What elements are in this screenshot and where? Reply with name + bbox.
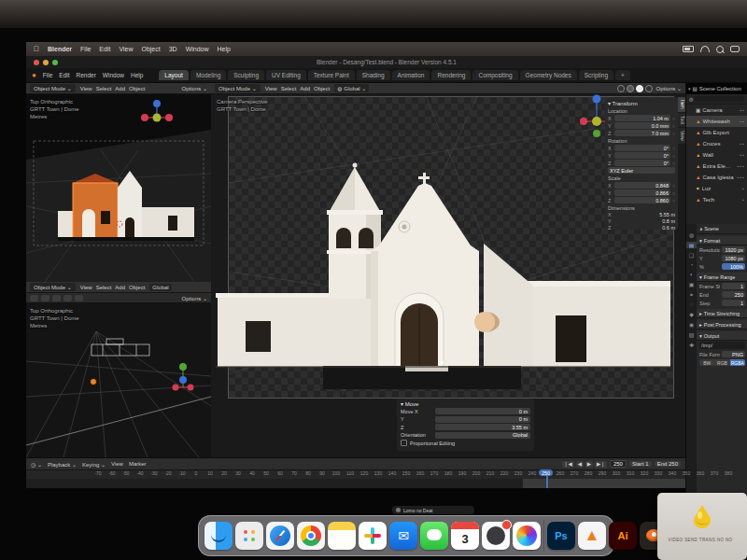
lock-icon[interactable]: ○ — [672, 131, 675, 136]
timeline-track[interactable] — [26, 479, 685, 488]
dock-icon[interactable] — [359, 522, 387, 550]
rotation-x-field[interactable]: 0° — [614, 145, 670, 151]
blender-logo-icon[interactable]: ● — [32, 71, 36, 79]
menubar-item[interactable]: Help — [218, 46, 231, 52]
proportional-editing-checkbox[interactable] — [401, 440, 407, 446]
viewport-menu[interactable]: Add — [115, 285, 125, 290]
search-icon[interactable]: ◎ — [689, 96, 693, 102]
viewport-menu[interactable]: Select — [281, 86, 297, 91]
dock-icon[interactable]: 3 — [451, 522, 479, 550]
color-mode-option[interactable]: RGBA — [730, 359, 745, 366]
properties-tab-icon[interactable]: ◉ — [686, 321, 697, 328]
n-panel-transform[interactable]: ▾ Transform Location X1.04 m○ Y0.0 mm○ Z… — [605, 97, 678, 230]
lock-icon[interactable]: ○ — [672, 161, 675, 166]
operator-value-field[interactable]: 0 m — [435, 416, 530, 423]
operator-value-field[interactable]: 0 m — [435, 408, 530, 414]
workspace-tab[interactable]: Geometry Nodes — [520, 70, 577, 80]
color-mode-option[interactable]: RGB — [714, 359, 729, 366]
file-format-dropdown[interactable]: PNG — [722, 351, 745, 357]
outliner-row[interactable]: ▲ Glb Export — [686, 127, 747, 138]
properties-tab-icon[interactable]: ✚ — [686, 342, 697, 348]
properties-tab-icon[interactable]: ◐ — [686, 272, 697, 277]
property-value-field[interactable]: 1080 px — [722, 255, 745, 261]
lock-icon[interactable]: ○ — [672, 183, 675, 189]
time-stretching-panel-header[interactable]: ▸ Time Stretching — [697, 309, 747, 318]
options-dropdown[interactable]: Options ⌄ — [182, 295, 207, 301]
apple-menu-icon[interactable]:  — [34, 45, 39, 53]
frame-end-field[interactable]: End 250 — [655, 461, 681, 467]
mode-dropdown[interactable]: Object Mode ⌄ — [30, 84, 76, 92]
menubar-item[interactable]: Edit — [99, 46, 110, 52]
dock-icon[interactable]: Ai — [609, 522, 637, 550]
menubar-item[interactable]: File — [80, 46, 91, 52]
timeline-menu[interactable]: Keying ⌄ — [82, 461, 106, 468]
playhead-frame-label[interactable]: 250 — [539, 469, 553, 476]
dock-icon[interactable] — [482, 522, 510, 550]
scale-y-field[interactable]: 0.866 — [614, 189, 670, 196]
menubar-item[interactable]: 3D — [169, 46, 177, 52]
options-dropdown[interactable]: Options ⌄ — [656, 85, 682, 91]
properties-tab-icon[interactable]: ❏ — [686, 252, 697, 259]
rendered-shading-button[interactable] — [645, 85, 653, 92]
properties-tab-icon[interactable]: ◍ — [686, 231, 697, 238]
operator-move-panel[interactable]: ▾ Move Move X 0 m Y 0 m Z 3.55 m — [397, 399, 534, 451]
outliner-row[interactable]: ▾ ▤ Scene Collection — [686, 83, 747, 94]
rotation-y-field[interactable]: 0° — [614, 152, 670, 159]
search-icon[interactable] — [716, 46, 724, 53]
timeline-menu[interactable]: View — [111, 461, 123, 468]
timeline-menu[interactable]: Playback ⌄ — [48, 461, 77, 468]
color-mode-option[interactable]: BW — [699, 359, 714, 366]
transform-panel-title[interactable]: ▾ Transform — [608, 100, 675, 106]
dock-icon[interactable] — [543, 520, 544, 552]
visibility-toggles[interactable]: ▪ — [742, 186, 745, 191]
workspace-tab[interactable]: Texture Paint — [308, 70, 355, 80]
dock-icon[interactable] — [235, 522, 263, 550]
transport-button[interactable]: ▶❘ — [595, 461, 607, 468]
workspace-tab[interactable]: + — [615, 70, 630, 80]
workspace-tab[interactable]: Scripting — [579, 70, 613, 80]
solid-shading-button[interactable] — [627, 85, 634, 92]
workspace-tab[interactable]: Shading — [357, 70, 390, 80]
property-value-field[interactable]: 1 — [722, 300, 745, 306]
outliner-row[interactable]: ▲ Casa Iglesia ▪▪▪ — [686, 172, 747, 183]
properties-tab-icon[interactable]: ▨ — [686, 331, 697, 338]
workspace-tab[interactable]: UV Editing — [266, 70, 306, 80]
menubar-item[interactable]: Blender — [48, 46, 72, 52]
lock-icon[interactable]: ○ — [672, 146, 675, 151]
outliner-row[interactable]: ▲ Cruces ▪▪ — [686, 138, 747, 149]
property-value-field[interactable]: 1920 px — [722, 246, 745, 253]
lock-icon[interactable]: ○ — [672, 116, 675, 121]
dock-icon[interactable] — [513, 522, 541, 550]
transport-button[interactable]: ▶ — [585, 461, 593, 468]
workspace-tab[interactable]: Compositing — [472, 70, 517, 80]
tool-icon[interactable] — [41, 295, 49, 301]
menubar-item[interactable]: View — [119, 46, 133, 52]
timeline[interactable]: ◷ ⌄ Playback ⌄Keying ⌄ViewMarker ❘◀◀▶▶❘ … — [26, 457, 685, 488]
location-y-field[interactable]: 0.0 mm — [614, 122, 670, 129]
tool-icon[interactable] — [30, 295, 38, 301]
dock-icon[interactable] — [578, 522, 606, 550]
viewport-menu[interactable]: Add — [300, 86, 310, 91]
visibility-toggles[interactable]: ▪▪ — [740, 119, 745, 124]
output-path-field[interactable]: /tmp/ — [699, 342, 745, 349]
viewport-menu[interactable]: Object — [129, 86, 145, 91]
location-z-field[interactable]: 7.0 mm — [614, 130, 670, 136]
outliner-row[interactable]: ▲ Wall ▪▪ — [686, 149, 747, 161]
properties-editor[interactable]: ◍▤❏◔◐▣✶◌◆◉▨✚ ◕ Scene ▾ Format Resolution… — [685, 224, 747, 509]
workspace-tab[interactable]: Rendering — [431, 70, 471, 80]
frame-range-panel-header[interactable]: ▾ Frame Range — [697, 273, 747, 282]
outliner-search-input[interactable] — [695, 96, 744, 102]
outliner-row[interactable]: ▲ Extra Elements ▪▪▪ — [686, 161, 747, 172]
viewport-menu[interactable]: Object — [129, 285, 145, 290]
lock-icon[interactable]: ○ — [672, 123, 675, 129]
orientation-field[interactable]: Global — [435, 432, 530, 439]
battery-icon[interactable] — [683, 46, 694, 52]
tool-icon[interactable] — [52, 295, 61, 301]
editor-type-dropdown[interactable]: ◷ ⌄ — [31, 461, 42, 468]
menubar-item[interactable]: Object — [141, 46, 160, 52]
control-center-icon[interactable] — [730, 46, 740, 52]
scale-z-field[interactable]: 0.860 — [614, 197, 670, 203]
scale-x-field[interactable]: 0.848 — [614, 182, 670, 189]
mode-dropdown[interactable]: Object Mode ⌄ — [215, 84, 261, 92]
outliner-row[interactable]: ▲ Whitewash ▪▪ — [686, 116, 747, 127]
